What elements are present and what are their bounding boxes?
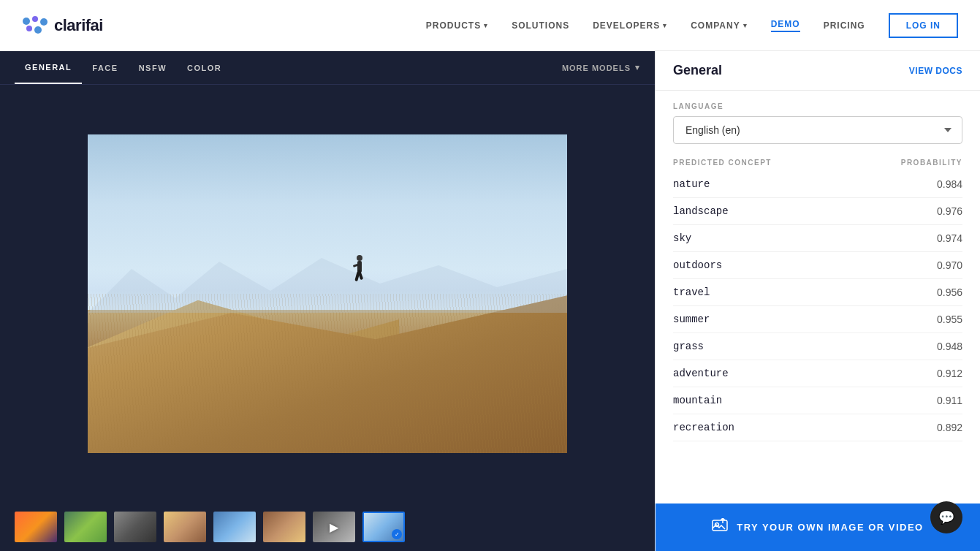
main-layout: GENERAL FACE NSFW COLOR MORE MODELS ▾ xyxy=(0,51,980,551)
probability-column-header: PROBABILITY xyxy=(901,159,962,167)
nav-item-products[interactable]: PRODUCTS ▾ xyxy=(426,20,488,31)
prob-travel: 0.956 xyxy=(937,286,962,298)
svg-point-2 xyxy=(40,18,48,26)
thumb-checkmark: ✓ xyxy=(392,529,402,539)
prediction-row-mountain: mountain 0.911 xyxy=(673,387,962,414)
tab-color[interactable]: COLOR xyxy=(177,51,232,84)
chat-icon: 💬 xyxy=(938,509,954,525)
prediction-row-outdoors: outdoors 0.970 xyxy=(673,252,962,279)
left-panel: GENERAL FACE NSFW COLOR MORE MODELS ▾ xyxy=(0,51,655,551)
concept-travel: travel xyxy=(673,286,710,298)
predictions-header: PREDICTED CONCEPT PROBABILITY xyxy=(673,153,962,171)
prediction-row-nature: nature 0.984 xyxy=(673,171,962,198)
prob-sky: 0.974 xyxy=(937,232,962,244)
prediction-row-summer: summer 0.955 xyxy=(673,306,962,333)
login-button[interactable]: LOG IN xyxy=(889,13,958,38)
prob-nature: 0.984 xyxy=(937,178,962,190)
concept-grass: grass xyxy=(673,341,704,352)
model-name-label: General xyxy=(673,63,722,78)
runner-figure xyxy=(352,255,368,287)
mountains-svg xyxy=(88,254,567,313)
prediction-row-adventure: adventure 0.912 xyxy=(673,360,962,387)
svg-point-3 xyxy=(26,26,32,31)
image-area xyxy=(0,85,655,503)
grass-overlay xyxy=(88,294,567,453)
prob-grass: 0.948 xyxy=(937,341,962,352)
prob-summer: 0.955 xyxy=(937,314,962,325)
prediction-row-travel: travel 0.956 xyxy=(673,279,962,306)
nav-item-pricing[interactable]: PRICING xyxy=(824,20,865,31)
chevron-down-icon: ▾ xyxy=(635,63,640,72)
thumbnail-2[interactable] xyxy=(64,512,107,542)
predictions-list: nature 0.984 landscape 0.976 sky 0.974 o… xyxy=(673,171,962,441)
thumbnail-1[interactable] xyxy=(15,512,57,542)
tab-general[interactable]: GENERAL xyxy=(15,51,82,84)
prob-landscape: 0.976 xyxy=(937,205,962,217)
prob-outdoors: 0.970 xyxy=(937,259,962,271)
upload-icon xyxy=(712,518,728,536)
thumbnails-bar: ▶ ✓ xyxy=(0,503,655,551)
right-header: General VIEW DOCS xyxy=(656,51,980,91)
chevron-down-icon: ▾ xyxy=(743,22,748,29)
right-content: LANGUAGE English (en) PREDICTED CONCEPT … xyxy=(656,91,980,503)
nav: PRODUCTS ▾ SOLUTIONS DEVELOPERS ▾ COMPAN… xyxy=(426,13,958,38)
language-section: LANGUAGE English (en) xyxy=(673,91,962,153)
thumbnail-4[interactable] xyxy=(164,512,206,542)
nav-item-solutions[interactable]: SOLUTIONS xyxy=(512,20,569,31)
prediction-row-landscape: landscape 0.976 xyxy=(673,198,962,225)
prob-adventure: 0.912 xyxy=(937,368,962,379)
chevron-down-icon: ▾ xyxy=(484,22,488,29)
logo-icon xyxy=(22,15,48,36)
concept-summer: summer xyxy=(673,314,710,325)
cta-label: TRY YOUR OWN IMAGE OR VIDEO xyxy=(737,522,924,533)
thumbnail-7[interactable]: ▶ xyxy=(313,512,355,542)
language-select[interactable]: English (en) xyxy=(673,116,962,144)
runner-head xyxy=(357,255,362,261)
predicted-concept-column-header: PREDICTED CONCEPT xyxy=(673,159,772,167)
right-panel: General VIEW DOCS LANGUAGE English (en) … xyxy=(655,51,980,551)
concept-outdoors: outdoors xyxy=(673,259,722,271)
view-docs-link[interactable]: VIEW DOCS xyxy=(909,66,962,76)
prediction-row-recreation: recreation 0.892 xyxy=(673,414,962,441)
svg-point-0 xyxy=(23,18,30,25)
svg-point-1 xyxy=(32,16,38,22)
thumbnail-8[interactable]: ✓ xyxy=(362,512,405,542)
header: clarifai PRODUCTS ▾ SOLUTIONS DEVELOPERS… xyxy=(0,0,980,51)
thumbnail-6[interactable] xyxy=(263,512,305,542)
concept-nature: nature xyxy=(673,178,710,190)
prediction-row-grass: grass 0.948 xyxy=(673,333,962,360)
nav-item-company[interactable]: COMPANY ▾ xyxy=(691,20,747,31)
prob-recreation: 0.892 xyxy=(937,422,962,433)
chevron-down-icon: ▾ xyxy=(663,22,667,29)
nav-item-demo[interactable]: DEMO xyxy=(771,19,800,32)
concept-adventure: adventure xyxy=(673,368,729,379)
logo-text: clarifai xyxy=(54,16,103,35)
prediction-row-sky: sky 0.974 xyxy=(673,225,962,252)
more-models-button[interactable]: MORE MODELS ▾ xyxy=(562,63,640,72)
thumbnail-5[interactable] xyxy=(213,512,256,542)
tab-face[interactable]: FACE xyxy=(82,51,128,84)
concept-landscape: landscape xyxy=(673,205,729,217)
language-label: LANGUAGE xyxy=(673,102,962,110)
concept-mountain: mountain xyxy=(673,395,722,406)
demo-image xyxy=(88,134,567,453)
nav-item-developers[interactable]: DEVELOPERS ▾ xyxy=(593,20,667,31)
concept-sky: sky xyxy=(673,232,691,244)
chat-bubble[interactable]: 💬 xyxy=(930,501,962,533)
concept-recreation: recreation xyxy=(673,422,734,433)
thumbnail-3[interactable] xyxy=(114,512,156,542)
model-tabs: GENERAL FACE NSFW COLOR MORE MODELS ▾ xyxy=(0,51,655,85)
svg-marker-5 xyxy=(88,258,567,313)
logo[interactable]: clarifai xyxy=(22,15,103,36)
play-icon: ▶ xyxy=(330,520,338,534)
tab-nsfw[interactable]: NSFW xyxy=(129,51,177,84)
prob-mountain: 0.911 xyxy=(937,395,962,406)
svg-point-4 xyxy=(34,26,42,34)
